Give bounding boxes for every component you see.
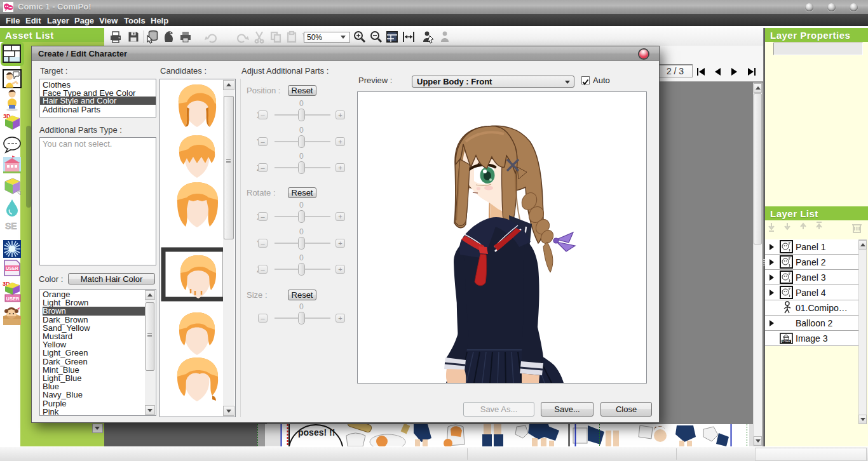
svg-text:poses! !!: poses! !!: [298, 427, 335, 438]
svg-text:USER: USER: [6, 296, 20, 302]
svg-text:USER: USER: [6, 266, 18, 271]
svg-text:USER: USER: [782, 340, 790, 343]
svg-text:SE: SE: [5, 221, 17, 231]
